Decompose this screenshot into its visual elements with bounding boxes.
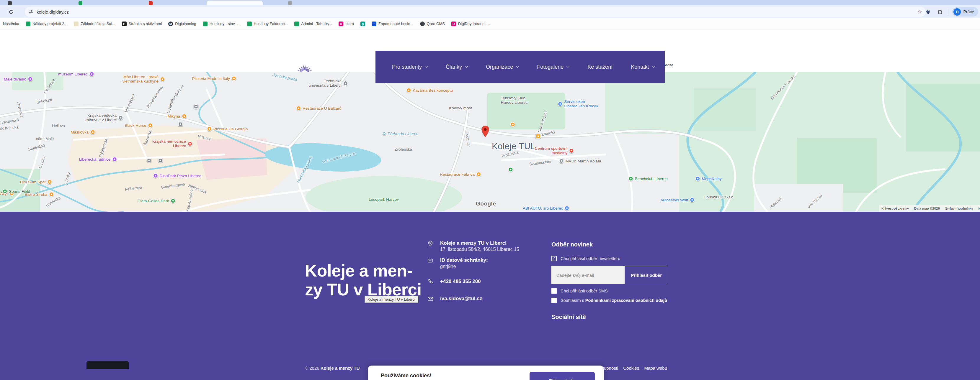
extensions-puzzle-icon[interactable] <box>936 8 944 16</box>
map-poi-label: Black Horse <box>125 123 146 128</box>
url-bar[interactable]: koleje.digiday.cz ☆ <box>25 7 926 17</box>
contact-row[interactable]: +420 485 355 200 <box>427 278 545 285</box>
map-poi-marker-icon[interactable] <box>194 104 198 109</box>
map-poi-marker-icon[interactable] <box>47 179 52 185</box>
bookmark-item[interactable]: Hostingy - stav -... <box>203 22 240 26</box>
map-poi-marker-icon[interactable] <box>690 198 695 203</box>
contact-row[interactable]: iva.sidova@tul.cz <box>427 295 545 302</box>
checkbox[interactable] <box>551 298 557 303</box>
map-poi-marker-icon[interactable]: H <box>188 141 192 146</box>
map-poi-marker-icon[interactable] <box>565 206 570 211</box>
map-poi: Liberecká radnice <box>79 157 117 162</box>
map-poi-marker-icon[interactable] <box>118 115 123 120</box>
reload-icon[interactable] <box>7 8 15 16</box>
map-poi-marker-icon[interactable] <box>147 158 151 163</box>
map-poi-marker-icon[interactable]: + <box>569 148 574 153</box>
contact-row[interactable]: ID datové schránky:gnrj9ne <box>427 257 545 269</box>
map-poi-label: Mikyna <box>168 114 180 119</box>
bookmark-item[interactable]: Admini - Tabulky... <box>294 22 332 26</box>
map-poi-marker-icon[interactable] <box>160 77 165 82</box>
map-poi-marker-icon[interactable] <box>158 158 163 163</box>
nav-item--l-nky[interactable]: Články <box>446 64 468 70</box>
bookmark-item[interactable]: PStránka s aktivitami <box>122 22 162 26</box>
map-poi-marker-icon[interactable] <box>406 88 411 93</box>
map-attribution-link[interactable]: Data map ©2026 <box>914 207 940 210</box>
map-poi-marker-icon[interactable] <box>181 114 186 119</box>
map-embed[interactable]: Malé divadlomuzeum LiberecMôc Liberec - … <box>0 72 980 212</box>
map-poi-marker-icon[interactable] <box>231 76 236 81</box>
bookmarks-bar: NástěnkaNáklady projektů 2...Základní šk… <box>0 18 980 30</box>
map-poi-marker-icon[interactable] <box>49 192 54 197</box>
site-settings-icon[interactable] <box>28 9 33 14</box>
newsletter-checkbox-row[interactable]: ✓Chci přihlásit odběr newsletteru <box>551 256 668 261</box>
nav-item-organizace[interactable]: Organizace <box>486 64 519 70</box>
bookmark-item[interactable]: Qaro CMS <box>420 22 445 26</box>
footer-link[interactable]: Mapa webu <box>644 366 667 370</box>
map-poi-marker-icon[interactable] <box>207 127 212 131</box>
map-poi-marker-icon[interactable] <box>559 158 564 164</box>
browser-profile-chip[interactable]: D Práce <box>952 7 978 16</box>
map-poi-marker-icon[interactable] <box>28 77 33 82</box>
map-poi-marker-icon[interactable] <box>695 176 700 181</box>
bookmark-item[interactable]: Dstará <box>339 22 354 26</box>
map-poi-marker-icon[interactable] <box>558 101 563 106</box>
map-attribution-link[interactable]: Klávesové zkratky <box>881 207 909 210</box>
bookmark-item[interactable]: •Zapomenuté heslo... <box>372 22 414 26</box>
map-poi-marker-icon[interactable] <box>343 81 348 86</box>
nav-item-ke-sta-en-[interactable]: Ke stažení <box>587 64 612 70</box>
bookmark-star-icon[interactable]: ☆ <box>918 8 922 15</box>
map-poi-marker-icon[interactable] <box>89 72 94 77</box>
map-poi-marker-icon[interactable] <box>628 176 633 181</box>
map-poi-marker-icon[interactable] <box>178 122 183 127</box>
map-poi-marker-icon[interactable] <box>508 167 513 172</box>
newsletter-checkbox-row[interactable]: Chci přihlásit odběr SMS <box>551 288 668 294</box>
contact-row[interactable]: Koleje a menzy TU v Liberci17. listopadu… <box>427 240 545 252</box>
password-extension-icon[interactable] <box>924 8 932 16</box>
browser-tab-strip[interactable] <box>0 0 980 5</box>
cookie-banner: Používáme cookies! Dobrý den, tato strán… <box>368 366 604 380</box>
map-poi-label: Autoservis Wolf <box>660 198 688 202</box>
map-poi: Koleje TUL <box>492 141 535 151</box>
map-attribution-link[interactable]: Smluvní podmínky <box>945 207 973 210</box>
map-poi-marker-icon[interactable] <box>148 123 153 128</box>
map-poi-marker-icon[interactable] <box>90 130 95 135</box>
map-poi-marker-icon[interactable] <box>382 132 386 136</box>
active-tab[interactable] <box>207 1 263 5</box>
map-poi-marker-icon[interactable] <box>2 189 7 194</box>
map-destination-pin[interactable] <box>481 125 489 139</box>
map-poi-marker-icon[interactable] <box>153 173 158 178</box>
tab-favicon[interactable] <box>78 1 82 5</box>
map-poi-marker-icon[interactable] <box>511 122 515 127</box>
bookmark-item[interactable]: Hostingy Fakturac... <box>247 22 288 26</box>
map-poi-marker-icon[interactable] <box>476 172 481 177</box>
map-poi <box>147 158 151 163</box>
map-poi-marker-icon[interactable] <box>112 157 117 162</box>
newsletter-subscribe-button[interactable]: Přihlásit odběr <box>624 266 668 284</box>
bookmark-item[interactable]: DDigiDay Intranet -... <box>451 22 491 26</box>
checkbox[interactable]: ✓ <box>551 256 557 261</box>
bookmark-label: Nástěnka <box>3 22 19 26</box>
checkbox[interactable] <box>551 288 557 294</box>
tab-favicon[interactable] <box>8 1 12 5</box>
nav-item-kontakt[interactable]: Kontakt <box>631 64 654 70</box>
nav-item-fotogalerie[interactable]: Fotogalerie <box>537 64 569 70</box>
footer-link[interactable]: Cookies <box>623 366 639 370</box>
tab-favicon[interactable] <box>288 1 292 5</box>
map-poi-marker-icon[interactable] <box>170 198 175 203</box>
bookmark-item[interactable]: Základní škola Šal... <box>74 22 115 26</box>
bookmark-item[interactable]: p <box>360 22 365 26</box>
newsletter-email-input[interactable] <box>552 266 624 284</box>
bookmark-item[interactable]: Náklady projektů 2... <box>26 22 68 26</box>
map-attribution-link[interactable]: Nahlásit chybu v mapách <box>978 207 980 210</box>
browser-tooltip: Koleje a menzy TU v Liberci <box>364 296 418 303</box>
tab-favicon[interactable] <box>149 1 153 5</box>
newsletter-checkbox-row[interactable]: Souhlasím s Podmínkami zpracování osobní… <box>551 298 668 303</box>
nav-item-pro-studenty[interactable]: Pro studenty <box>392 64 428 70</box>
privacy-terms-link[interactable]: Podmínkami zpracování osobních údajů <box>585 298 667 303</box>
cookie-accept-button[interactable]: Přijmout vše <box>530 372 595 380</box>
cookie-settings-widget[interactable] <box>86 361 129 369</box>
map-poi-marker-icon[interactable] <box>536 134 541 139</box>
map-poi-marker-icon[interactable] <box>296 106 301 111</box>
bookmark-item[interactable]: Nástěnka <box>3 22 19 26</box>
bookmark-item[interactable]: MDigiplanning <box>168 22 196 26</box>
